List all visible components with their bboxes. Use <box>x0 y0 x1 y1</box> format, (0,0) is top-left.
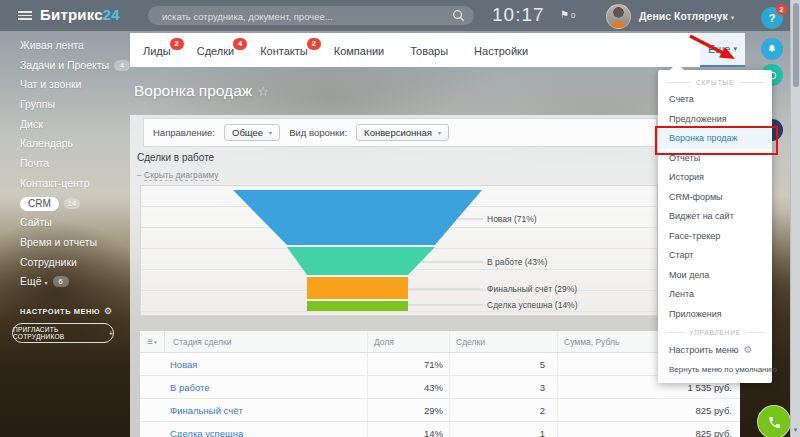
tab-companies[interactable]: Компании <box>321 33 398 67</box>
menu-item-reports[interactable]: Отчеты <box>658 149 772 169</box>
brand-logo[interactable]: Битрикс24 <box>40 6 120 23</box>
col-header-deals[interactable]: Сделки <box>449 331 557 352</box>
tab-products[interactable]: Товары <box>397 33 461 67</box>
funnel-segment-deal-won[interactable] <box>307 301 408 311</box>
tab-leads[interactable]: Лиды2 <box>130 33 184 67</box>
sidebar-item-crm[interactable]: CRM14 <box>0 194 130 214</box>
dropdown-section-hidden: СКРЫТЫЕ <box>658 74 772 90</box>
table-menu-icon: ≡ <box>147 336 153 347</box>
sidebar-item-drive[interactable]: Диск <box>0 115 130 135</box>
table-header-row: ≡▾ Стадия сделки Доля Сделки Сумма, Рубл… <box>140 330 740 353</box>
stage-link[interactable]: Финальный счёт <box>140 405 243 416</box>
configure-menu-button[interactable]: НАСТРОИТЬ МЕНЮ⚙ <box>20 306 113 316</box>
col-header-share[interactable]: Доля <box>367 331 449 352</box>
menu-hamburger-icon[interactable] <box>18 11 32 20</box>
sum-value: 825 руб. <box>557 399 740 421</box>
chevron-down-icon: ▾ <box>269 129 272 136</box>
sidebar-item-more[interactable]: Ещё▾6 <box>0 272 130 292</box>
table-row: Новая 71% 5 <box>140 353 740 376</box>
telephony-button[interactable] <box>757 405 791 437</box>
global-search[interactable] <box>148 6 474 25</box>
clock[interactable]: 10:17 <box>492 4 545 26</box>
tab-settings[interactable]: Настройки <box>461 33 541 67</box>
sales-funnel-chart: Новая (71%) В работе (43%) Финальный счё… <box>140 185 658 316</box>
sidebar-item-tasks[interactable]: Задачи и Проекты4 <box>0 56 130 76</box>
search-input[interactable] <box>160 6 444 27</box>
tab-more[interactable]: Еще▾ <box>700 33 745 67</box>
scrollbar-down-arrow[interactable]: ▾ <box>791 426 800 434</box>
sidebar-item-time-reports[interactable]: Время и отчеты <box>0 233 130 253</box>
deals-value: 5 <box>449 353 557 375</box>
sidebar-item-employees[interactable]: Сотрудники <box>0 253 130 273</box>
chevron-down-icon: ▾ <box>733 45 737 53</box>
share-value: 14% <box>367 422 449 437</box>
deals-value: 3 <box>449 376 557 398</box>
chevron-down-icon: ▾ <box>438 129 441 136</box>
invite-employees-button[interactable]: ПРИГЛАСИТЬ СОТРУДНИКОВ+ <box>12 323 114 343</box>
menu-item-quotes[interactable]: Предложения <box>658 110 772 130</box>
user-avatar[interactable] <box>606 4 631 29</box>
menu-item-my-activities[interactable]: Мои дела <box>658 266 772 286</box>
phone-icon <box>767 415 782 430</box>
direction-label: Направление: <box>153 127 215 138</box>
sidebar-item-mail[interactable]: Почта <box>0 154 130 174</box>
tab-badge: 4 <box>232 37 248 51</box>
menu-item-crm-forms[interactable]: CRM-формы <box>658 188 772 208</box>
funnel-segment-new[interactable] <box>233 190 482 245</box>
sidebar-item-contact-center[interactable]: Контакт-центр <box>0 174 130 194</box>
col-header-stage[interactable]: Стадия сделки <box>165 337 231 347</box>
sidebar-item-chat-calls[interactable]: Чат и звонки <box>0 75 130 95</box>
menu-item-stream[interactable]: Лента <box>658 285 772 305</box>
menu-item-configure-menu[interactable]: Настроить меню⚙ <box>658 340 772 360</box>
sidebar-item-sites[interactable]: Сайты <box>0 213 130 233</box>
direction-select[interactable]: Общее▾ <box>224 124 280 141</box>
flag-counter[interactable]: ⚑0 <box>560 9 575 20</box>
content-panel: Направление: Общее▾ Вид воронки: Конверс… <box>130 115 740 437</box>
menu-item-history[interactable]: История <box>658 168 772 188</box>
chevron-down-icon: ▾ <box>44 280 47 286</box>
table-row: В работе 43% 3 1 535 руб. <box>140 376 740 399</box>
favorite-star-icon[interactable]: ☆ <box>257 84 269 99</box>
menu-item-start[interactable]: Старт <box>658 246 772 266</box>
menu-item-invoices[interactable]: Счета <box>658 90 772 110</box>
sidebar-badge: 4 <box>114 60 130 71</box>
sidebar-item-live-feed[interactable]: Живая лента <box>0 36 130 56</box>
tab-badge: 2 <box>169 37 185 51</box>
notifications-button[interactable] <box>761 38 783 60</box>
page-title: Воронка продаж☆ <box>134 82 269 100</box>
stage-link[interactable]: В работе <box>140 382 210 393</box>
stage-link[interactable]: Сделка успешна <box>140 428 243 437</box>
scrollbar-thumb[interactable] <box>793 3 799 87</box>
sidebar-badge: 6 <box>53 276 69 287</box>
funnel-segment-final-invoice[interactable] <box>307 277 408 299</box>
sidebar-item-groups[interactable]: Группы <box>0 95 130 115</box>
menu-item-site-widget[interactable]: Виджет на сайт <box>658 207 772 227</box>
tab-deals[interactable]: Сделки4 <box>184 33 248 67</box>
deals-value: 2 <box>449 399 557 421</box>
funnel-view-select[interactable]: Конверсионная▾ <box>356 124 449 141</box>
stage-link[interactable]: Новая <box>140 359 198 370</box>
dropdown-section-management: УПРАВЛЕНИЕ <box>658 324 772 340</box>
sidebar: Живая лента Задачи и Проекты4 Чат и звон… <box>0 36 130 292</box>
sidebar-item-calendar[interactable]: Календарь <box>0 134 130 154</box>
menu-item-face-tracker[interactable]: Face-трекер <box>658 227 772 247</box>
crm-nav-bar: Лиды2 Сделки4 Контакты2 Компании Товары … <box>130 33 745 67</box>
menu-item-sales-funnel[interactable]: Воронка продаж <box>658 129 772 149</box>
plus-icon: + <box>109 330 113 337</box>
menu-item-reset-menu[interactable]: Вернуть меню по умолчанию <box>658 360 772 380</box>
table-settings-button[interactable]: ≡▾ <box>140 331 165 352</box>
gear-icon: ⚙ <box>104 306 113 316</box>
funnel-segment-in-progress[interactable] <box>287 247 435 275</box>
help-button[interactable]: ? 2 <box>761 7 783 29</box>
chevron-down-icon: ▾ <box>731 14 735 21</box>
user-menu[interactable]: Денис Котлярчук▾ <box>639 10 734 22</box>
table-row: Финальный счёт 29% 2 825 руб. <box>140 399 740 422</box>
funnel-label-new: Новая (71%) <box>487 214 537 224</box>
crm-active-pill: CRM <box>20 197 59 211</box>
tab-contacts[interactable]: Контакты2 <box>247 33 321 67</box>
share-value: 29% <box>367 399 449 421</box>
search-icon[interactable] <box>452 9 465 22</box>
menu-item-applications[interactable]: Приложения <box>658 305 772 325</box>
hide-chart-link[interactable]: – Скрыть диаграмму <box>137 170 219 180</box>
page-scrollbar[interactable]: ▾ <box>790 0 800 437</box>
